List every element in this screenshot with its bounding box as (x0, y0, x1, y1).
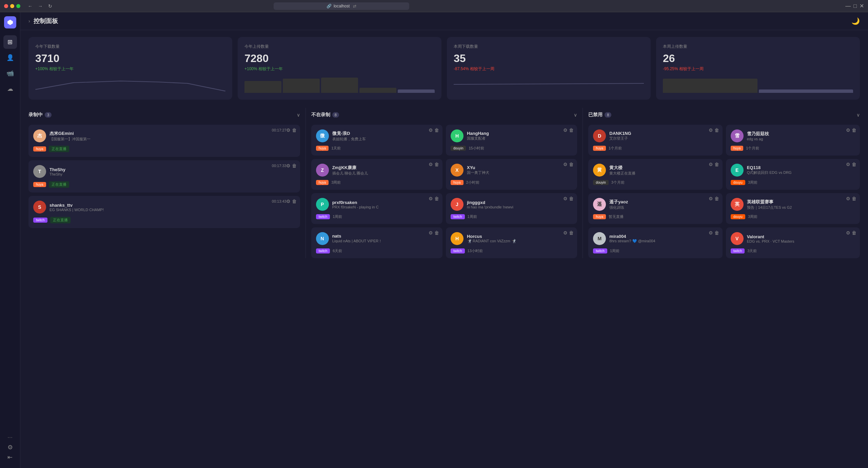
minimize-btn[interactable] (10, 4, 14, 8)
card-delete-mira[interactable]: 🗑 (714, 230, 719, 236)
sidebar-logout[interactable]: ⇥ (7, 454, 13, 461)
card-settings-mira[interactable]: ⚙ (709, 230, 713, 236)
not-recording-toggle[interactable]: ∨ (574, 112, 577, 118)
sidebar-item-cloud[interactable]: ☁ (3, 82, 17, 96)
win-close[interactable]: ✕ (860, 3, 864, 9)
card-settings-hanghang[interactable]: ⚙ (563, 127, 568, 133)
status-badge-gemini: 正在直播 (49, 146, 69, 152)
channel-card-prx: ⚙ 🗑 P prxf0rsaken PRX f0rsakeN - playing… (311, 193, 442, 224)
sidebar-item-recordings[interactable]: 📹 (3, 66, 17, 80)
card-footer-dank1ng: huya 1个月前 (593, 146, 717, 151)
card-settings-prx[interactable]: ⚙ (429, 196, 433, 201)
channel-card-xyu: ⚙ 🗑 X XYu 国一奥丁神犬 huya (446, 159, 577, 190)
close-btn[interactable] (4, 4, 8, 8)
card-delete-hanghang[interactable]: 🗑 (569, 127, 574, 133)
card-delete-zmjj[interactable]: 🗑 (434, 162, 439, 167)
card-delete-shanks[interactable]: 🗑 (292, 199, 297, 204)
card-settings-valorant[interactable]: ⚙ (846, 230, 850, 236)
card-actions-yaoz: ⚙ 🗑 (709, 196, 719, 201)
card-delete-nats[interactable]: 🗑 (434, 230, 439, 236)
card-actions-nats: ⚙ 🗑 (429, 230, 439, 236)
card-settings-huang[interactable]: ⚙ (709, 162, 713, 167)
card-delete-lol[interactable]: 🗑 (852, 196, 856, 201)
card-settings-shanks[interactable]: ⚙ (286, 199, 291, 204)
users-icon: 👤 (6, 54, 14, 61)
channel-name-mira: mira004 (609, 234, 717, 239)
channel-desc-prx: PRX f0rsakeN - playing in C (332, 205, 438, 209)
recording-toggle[interactable]: ∨ (297, 112, 300, 118)
card-actions-zmjj: ⚙ 🗑 (429, 162, 439, 167)
card-settings-gemini[interactable]: ⚙ (286, 127, 291, 133)
sidebar-item-users[interactable]: 👤 (3, 51, 17, 64)
page-title: 控制面板 (34, 17, 58, 25)
channel-desc-weijing: 表姐轮播，免费上车 (332, 137, 438, 142)
stat-change-1: +100% 相较于上一年 (244, 66, 435, 72)
status-badge-theshy: 正在直播 (49, 181, 69, 188)
channel-info-lol: 英雄联盟赛事 预告｜14日17点TES vs G2 (747, 199, 855, 210)
card-settings-horcus[interactable]: ⚙ (563, 230, 568, 236)
address-bar[interactable]: 🔗 localhost ⇄ (274, 2, 409, 10)
card-settings-eq118[interactable]: ⚙ (846, 162, 850, 167)
card-settings-nats[interactable]: ⚙ (429, 230, 433, 236)
stat-card-uploads-week: 本周上传数量 26 -95.25% 相较于上一周 (656, 37, 860, 100)
card-settings-yaoz[interactable]: ⚙ (709, 196, 713, 201)
card-settings-weijing[interactable]: ⚙ (429, 127, 433, 133)
card-settings-dank1ng[interactable]: ⚙ (709, 127, 713, 133)
sidebar-item-dashboard[interactable]: ⊞ (3, 35, 17, 49)
card-footer-prx: twitch 1周前 (316, 214, 438, 219)
card-delete-huang[interactable]: 🗑 (714, 162, 719, 167)
stats-row: 今年下载数量 3710 +100% 相较于上一年 今年上传数量 7280 +10… (28, 37, 860, 100)
forward-button[interactable]: → (36, 3, 45, 9)
card-delete-horcus[interactable]: 🗑 (569, 230, 574, 236)
card-settings-theshy[interactable]: ⚙ (286, 163, 291, 168)
sidebar-more[interactable]: ··· (7, 434, 13, 441)
not-recording-count: 8 (332, 112, 339, 118)
disabled-header: 已禁用 8 ∨ (588, 108, 860, 122)
window-controls (4, 4, 20, 8)
card-settings-snow[interactable]: ⚙ (846, 127, 850, 133)
card-delete-gemini[interactable]: 🗑 (292, 127, 297, 133)
win-minimize[interactable]: — (845, 3, 851, 9)
card-top-theshy: T TheShy TheShy (33, 165, 295, 178)
theme-toggle[interactable]: 🌙 (851, 17, 860, 25)
refresh-button[interactable]: ↻ (46, 3, 54, 9)
avatar-huang: 黄 (593, 164, 606, 177)
platform-badge-shanks: twitch (33, 218, 47, 223)
card-delete-eq118[interactable]: 🗑 (852, 162, 856, 167)
card-delete-yaoz[interactable]: 🗑 (714, 196, 719, 201)
channel-name-hanghang: HangHang (467, 131, 572, 136)
maximize-btn[interactable] (16, 4, 20, 8)
back-button[interactable]: ← (26, 3, 35, 9)
card-delete-valorant[interactable]: 🗑 (852, 230, 856, 236)
card-delete-weijing[interactable]: 🗑 (434, 127, 439, 133)
platform-badge-valorant: twitch (731, 248, 745, 253)
card-delete-snow[interactable]: 🗑 (852, 127, 856, 133)
avatar-yaoz: 遥 (593, 198, 606, 211)
disabled-toggle[interactable]: ∨ (856, 112, 860, 118)
channel-info-gemini: 杰米GEmini 【国服第一】冲国服第一 (50, 130, 295, 142)
card-delete-prx[interactable]: 🗑 (434, 196, 439, 201)
platform-badge-jinggg: twitch (451, 214, 465, 219)
card-settings-zmjj[interactable]: ⚙ (429, 162, 433, 167)
channel-desc-snow: edg vs ag (747, 137, 855, 141)
channel-desc-xyu: 国一奥丁神犬 (467, 170, 572, 175)
card-actions-mira: ⚙ 🗑 (709, 230, 719, 236)
card-settings-lol[interactable]: ⚙ (846, 196, 850, 201)
channel-info-nats: nats Liquid nAts | ABOUT VIPER！ (332, 233, 438, 244)
card-actions-weijing: ⚙ 🗑 (429, 127, 439, 133)
card-settings-jinggg[interactable]: ⚙ (563, 196, 568, 201)
card-delete-jinggg[interactable]: 🗑 (569, 196, 574, 201)
card-delete-theshy[interactable]: 🗑 (292, 163, 297, 168)
channel-info-valorant: Valorant EDG vs. PRX · VCT Masters (747, 234, 855, 243)
time-badge-hanghang: 15小时前 (469, 146, 484, 151)
mini-chart-1 (244, 76, 435, 93)
stat-change-2: -87.54% 相较于上一周 (454, 66, 644, 72)
card-settings-xyu[interactable]: ⚙ (563, 162, 568, 167)
time-badge-nats: 6天前 (333, 248, 342, 253)
card-delete-dank1ng[interactable]: 🗑 (714, 127, 719, 133)
card-top-yaoz: 遥 遥子yaoz 强化训练 (593, 198, 717, 211)
card-actions-snow: ⚙ 🗑 (846, 127, 856, 133)
win-maximize[interactable]: □ (853, 3, 857, 9)
card-delete-xyu[interactable]: 🗑 (569, 162, 574, 167)
sidebar-settings[interactable]: ⚙ (7, 444, 13, 451)
